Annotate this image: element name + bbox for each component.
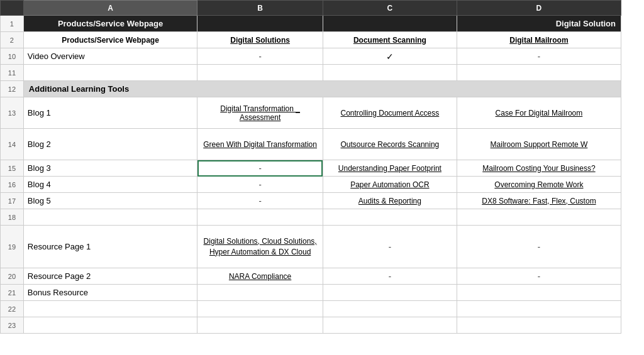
row-16: 16 Blog 4 - Paper Automation OCR Overcom… <box>1 177 621 193</box>
cell-10d[interactable]: - <box>457 48 621 65</box>
cell-2a[interactable]: Products/Service Webpage <box>23 32 197 48</box>
cell-18d[interactable] <box>457 209 621 226</box>
cell-15b[interactable]: - <box>197 160 323 177</box>
rownum-1: 1 <box>1 16 24 32</box>
rownum-2: 2 <box>1 32 24 48</box>
rownum-20: 20 <box>1 268 24 285</box>
cell-21b[interactable] <box>197 285 323 301</box>
cell-23c[interactable] <box>323 317 457 334</box>
cell-2b[interactable]: Digital Solutions <box>197 32 323 48</box>
cell-1c <box>323 16 457 32</box>
rownum-15: 15 <box>1 160 24 177</box>
rownum-19: 19 <box>1 226 24 268</box>
row-23: 23 <box>1 317 621 334</box>
cell-20b[interactable]: NARA Compliance <box>197 268 323 285</box>
cell-11b[interactable] <box>197 65 323 81</box>
cell-22d[interactable] <box>457 301 621 317</box>
cell-15c[interactable]: Understanding Paper Footprint <box>323 160 457 177</box>
rownum-22: 22 <box>1 301 24 317</box>
rownum-16: 16 <box>1 177 24 193</box>
row-14: 14 Blog 2 Green With Digital Transformat… <box>1 129 621 160</box>
cell-14d[interactable]: Mailroom Support Remote W <box>457 129 621 160</box>
col-header-b: B <box>197 1 323 16</box>
cell-23a[interactable] <box>23 317 197 334</box>
cell-2d[interactable]: Digital Mailroom <box>457 32 621 48</box>
cell-14c[interactable]: Outsource Records Scanning <box>323 129 457 160</box>
cell-20a[interactable]: Resource Page 2 <box>23 268 197 285</box>
cell-18b[interactable] <box>197 209 323 226</box>
rownum-12: 12 <box>1 81 24 97</box>
cell-21d[interactable] <box>457 285 621 301</box>
row-19: 19 Resource Page 1 Digital Solutions, Cl… <box>1 226 621 268</box>
cell-18a[interactable] <box>23 209 197 226</box>
cell-14a[interactable]: Blog 2 <box>23 129 197 160</box>
cell-16b[interactable]: - <box>197 177 323 193</box>
spreadsheet-table: A B C D 1 Products/Service Webpage Digit… <box>0 0 621 334</box>
cell-16d[interactable]: Overcoming Remote Work <box>457 177 621 193</box>
cell-23d[interactable] <box>457 317 621 334</box>
cell-17d[interactable]: DX8 Software: Fast, Flex, Custom <box>457 193 621 209</box>
rownum-14: 14 <box>1 129 24 160</box>
row-1: 1 Products/Service Webpage Digital Solut… <box>1 16 621 32</box>
cell-21a[interactable]: Bonus Resource <box>23 285 197 301</box>
row-18: 18 <box>1 209 621 226</box>
cell-13d[interactable]: Case For Digital Mailroom <box>457 97 621 129</box>
cell-10a[interactable]: Video Overview <box>23 48 197 65</box>
cell-22a[interactable] <box>23 301 197 317</box>
col-header-a: A <box>23 1 197 16</box>
cell-1b <box>197 16 323 32</box>
rownum-18: 18 <box>1 209 24 226</box>
cell-19b[interactable]: Digital Solutions, Cloud Solutions, Hype… <box>197 226 323 268</box>
cell-17c[interactable]: Audits & Reporting <box>323 193 457 209</box>
row-10: 10 Video Overview - ✓ - <box>1 48 621 65</box>
col-header-d: D <box>457 1 621 16</box>
cell-20d[interactable]: - <box>457 268 621 285</box>
cell-16c[interactable]: Paper Automation OCR <box>323 177 457 193</box>
row-21: 21 Bonus Resource <box>1 285 621 301</box>
cell-19c[interactable]: - <box>323 226 457 268</box>
cell-21c[interactable] <box>323 285 457 301</box>
rownum-10: 10 <box>1 48 24 65</box>
col-header-c: C <box>323 1 457 16</box>
spreadsheet-container: A B C D 1 Products/Service Webpage Digit… <box>0 0 644 355</box>
rownum-17: 17 <box>1 193 24 209</box>
row-12: 12 Additional Learning Tools <box>1 81 621 97</box>
cell-11a[interactable] <box>23 65 197 81</box>
row-11: 11 <box>1 65 621 81</box>
rownum-11: 11 <box>1 65 24 81</box>
cell-1d: Digital Solution <box>457 16 621 32</box>
cell-10c[interactable]: ✓ <box>323 48 457 65</box>
row-22: 22 <box>1 301 621 317</box>
cell-23b[interactable] <box>197 317 323 334</box>
rownum-21: 21 <box>1 285 24 301</box>
cell-19a[interactable]: Resource Page 1 <box>23 226 197 268</box>
cell-15a[interactable]: Blog 3 <box>23 160 197 177</box>
cell-1a[interactable]: Products/Service Webpage <box>23 16 197 32</box>
cell-12-section[interactable]: Additional Learning Tools <box>23 81 621 97</box>
cell-15d[interactable]: Mailroom Costing Your Business? <box>457 160 621 177</box>
rownum-23: 23 <box>1 317 24 334</box>
row-20: 20 Resource Page 2 NARA Compliance - - <box>1 268 621 285</box>
corner-cell <box>1 1 24 16</box>
row-2: 2 Products/Service Webpage Digital Solut… <box>1 32 621 48</box>
cell-18c[interactable] <box>323 209 457 226</box>
col-letter-row: A B C D <box>1 1 621 16</box>
cell-13b[interactable]: Digital Transformation _ Assessment <box>197 97 323 129</box>
cell-11c[interactable] <box>323 65 457 81</box>
row-13: 13 Blog 1 Digital Transformation _ Asses… <box>1 97 621 129</box>
cell-16a[interactable]: Blog 4 <box>23 177 197 193</box>
cell-10b[interactable]: - <box>197 48 323 65</box>
cell-17a[interactable]: Blog 5 <box>23 193 197 209</box>
rownum-13: 13 <box>1 97 24 129</box>
cell-20c[interactable]: - <box>323 268 457 285</box>
cell-13a[interactable]: Blog 1 <box>23 97 197 129</box>
cell-13c[interactable]: Controlling Document Access <box>323 97 457 129</box>
cell-19d[interactable]: - <box>457 226 621 268</box>
cell-11d[interactable] <box>457 65 621 81</box>
cell-14b[interactable]: Green With Digital Transformation <box>197 129 323 160</box>
row-17: 17 Blog 5 - Audits & Reporting DX8 Softw… <box>1 193 621 209</box>
cell-17b[interactable]: - <box>197 193 323 209</box>
cell-22b[interactable] <box>197 301 323 317</box>
cell-22c[interactable] <box>323 301 457 317</box>
cell-2c[interactable]: Document Scanning <box>323 32 457 48</box>
